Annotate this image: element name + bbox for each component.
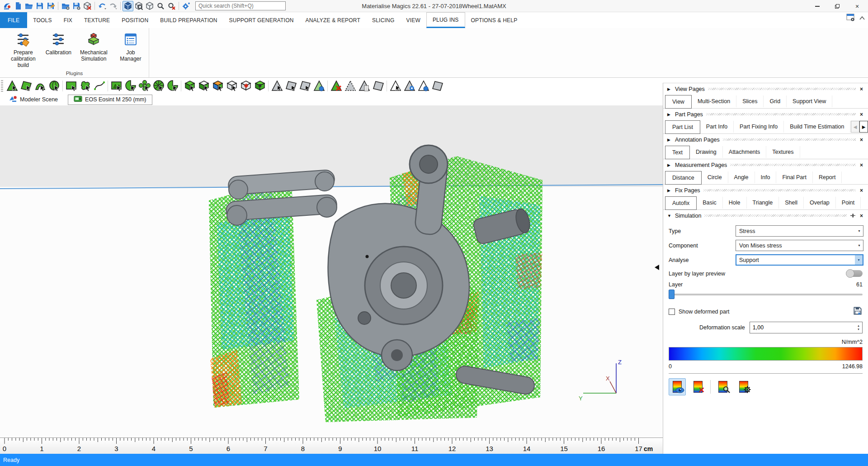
menu-tab-tools[interactable]: TOOLS (27, 12, 57, 28)
prepare-calibration-build-button[interactable]: Prepare calibration build (3, 31, 44, 69)
zoom-part-icon[interactable] (133, 1, 144, 11)
window-selection-icon[interactable] (109, 79, 123, 93)
mark-cube-multi-icon[interactable] (211, 79, 225, 93)
spin-down-icon[interactable]: ▾ (858, 328, 859, 331)
new-scene-icon[interactable] (13, 1, 24, 11)
tab-circle[interactable]: Circle (702, 171, 728, 183)
unzoom-icon[interactable] (166, 1, 177, 11)
export-results-icon[interactable] (853, 306, 863, 317)
tab-part-info[interactable]: Part Info (700, 121, 734, 133)
type-dropdown[interactable]: Stress ▾ (736, 225, 863, 237)
pin-icon[interactable] (850, 213, 856, 219)
unmark-triangle-icon[interactable] (270, 79, 284, 93)
tab-triangle[interactable]: Triangle (747, 197, 779, 209)
menu-tab-slicing[interactable]: SLICING (366, 12, 400, 28)
tab-info[interactable]: Info (755, 171, 777, 183)
triangle-ball-icon[interactable] (416, 79, 430, 93)
tab-part-fixing-info[interactable]: Part Fixing Info (734, 121, 784, 133)
panel-settings-icon[interactable] (846, 14, 856, 23)
collapse-arrow-icon[interactable]: ▶ (667, 87, 672, 91)
scroll-right-icon[interactable]: ▶ (859, 121, 868, 133)
deformation-scale-field[interactable] (750, 322, 855, 333)
show-color-scale-button[interactable] (669, 378, 686, 395)
unmark-shell-icon[interactable] (312, 79, 326, 93)
wheel-selection-icon[interactable] (151, 79, 165, 93)
menu-tab-texture[interactable]: TEXTURE (78, 12, 116, 28)
cube-white-icon[interactable] (225, 79, 239, 93)
tab-angle[interactable]: Angle (728, 171, 755, 183)
menu-tab-plug-ins[interactable]: PLUG INS (426, 12, 465, 28)
wheel-segment-selection-icon[interactable] (165, 79, 179, 93)
spinner-buttons[interactable]: ▴▾ (855, 322, 862, 333)
collapse-arrow-icon[interactable]: ▶ (667, 163, 672, 167)
menu-tab-fix[interactable]: FIX (58, 12, 78, 28)
show-deformed-checkbox[interactable] (669, 309, 675, 315)
load-project-icon[interactable] (60, 1, 71, 11)
collapse-arrow-icon[interactable]: ▶ (667, 188, 672, 193)
plane-slant-icon[interactable] (430, 79, 444, 93)
delete-marked-icon[interactable] (329, 79, 343, 93)
menu-tab-position[interactable]: POSITION (116, 12, 154, 28)
mark-cube-clear-icon[interactable] (197, 79, 211, 93)
tab-distance[interactable]: Distance (665, 171, 702, 185)
redo-button[interactable] (108, 1, 118, 11)
scene-tab-eos-eosint-m-250-mm-[interactable]: EOS Eosint M 250 (mm) (68, 95, 152, 105)
inspect-color-scale-button[interactable] (714, 378, 731, 395)
quick-search-input[interactable] (195, 1, 286, 10)
viewport-3d[interactable]: Z X Y (0, 105, 663, 437)
component-dropdown[interactable]: Von Mises stress ▾ (736, 240, 863, 251)
mark-triangle-icon[interactable] (5, 79, 19, 93)
lasso-selection-icon[interactable] (123, 79, 137, 93)
close-section-icon[interactable]: × (859, 213, 864, 219)
unmark-all-icon[interactable] (371, 79, 385, 93)
tab-attachments[interactable]: Attachments (723, 146, 766, 158)
freeform-selection-icon[interactable] (78, 79, 92, 93)
zoom-icon[interactable] (155, 1, 166, 11)
hide-color-scale-button[interactable]: ✕ (689, 378, 707, 395)
open-file-icon[interactable] (24, 1, 34, 11)
close-section-icon[interactable]: × (859, 111, 864, 118)
spin-up-icon[interactable]: ▴ (858, 324, 859, 328)
restore-button[interactable] (827, 0, 847, 12)
menu-tab-support-generation[interactable]: SUPPORT GENERATION (223, 12, 300, 28)
close-section-icon[interactable]: × (859, 187, 864, 194)
tab-view[interactable]: View (665, 95, 692, 109)
tab-autofix[interactable]: Autofix (665, 196, 697, 210)
mark-shell-icon[interactable] (47, 79, 61, 93)
save-project-icon[interactable] (71, 1, 82, 11)
view-cube-icon[interactable] (144, 1, 155, 11)
tab-textures[interactable]: Textures (766, 146, 800, 158)
slider-handle[interactable] (669, 290, 675, 299)
collapse-ribbon-icon[interactable] (859, 15, 865, 22)
tab-hole[interactable]: Hole (723, 197, 747, 209)
tab-multi-section[interactable]: Multi-Section (692, 95, 736, 107)
menu-tab-options-help[interactable]: OPTIONS & HELP (465, 12, 524, 28)
close-section-icon[interactable]: × (859, 137, 864, 143)
layer-slider[interactable] (669, 290, 863, 300)
mark-surface-icon[interactable] (33, 79, 47, 93)
menu-tab-view[interactable]: VIEW (400, 12, 426, 28)
mechanical-simulation-button[interactable]: Mechanical Simulation (73, 31, 114, 63)
flower-selection-icon[interactable] (137, 79, 151, 93)
scroll-left-icon[interactable]: ◀ (851, 121, 859, 133)
save-as-icon[interactable] (45, 1, 56, 11)
tab-support-view[interactable]: Support View (787, 95, 832, 107)
close-button[interactable]: × (847, 0, 867, 12)
menu-tab-analyze-report[interactable]: ANALYZE & REPORT (300, 12, 366, 28)
menu-tab-build-preparation[interactable]: BUILD PREPARATION (154, 12, 223, 28)
mark-cube-icon[interactable] (183, 79, 197, 93)
tab-text[interactable]: Text (665, 146, 690, 159)
save-icon[interactable] (34, 1, 45, 11)
tab-final-part[interactable]: Final Part (776, 171, 813, 183)
cube-inner-mark-icon[interactable] (239, 79, 253, 93)
scene-tab-modeler-scene[interactable]: Modeler Scene (4, 95, 63, 105)
mark-plane-icon[interactable] (19, 79, 33, 93)
polyline-selection-icon[interactable] (92, 79, 106, 93)
tab-report[interactable]: Report (813, 171, 842, 183)
unmark-plane-icon[interactable] (284, 79, 298, 93)
menu-tab-file[interactable]: FILE (0, 12, 27, 28)
minimize-button[interactable] (807, 0, 827, 12)
analyse-dropdown[interactable]: Support ▾ (736, 254, 863, 266)
toolbar-drag-handle[interactable] (1, 80, 3, 92)
tab-overlap[interactable]: Overlap (804, 197, 836, 209)
